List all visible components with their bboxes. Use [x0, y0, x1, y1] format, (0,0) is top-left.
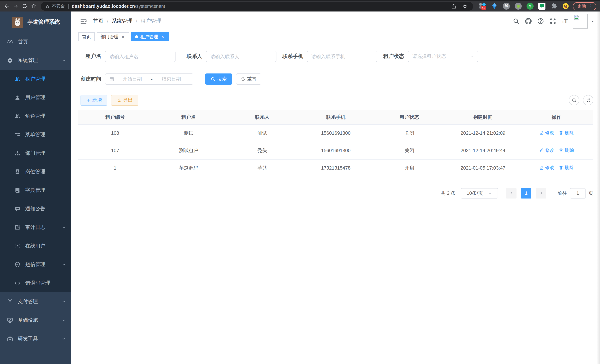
sidebar-item[interactable]: 部门管理: [0, 144, 71, 162]
cell-contact: 芋艿: [225, 159, 299, 177]
sidebar-item[interactable]: 通知公告: [0, 200, 71, 218]
current-page[interactable]: 1: [521, 188, 531, 198]
refresh-button[interactable]: [583, 95, 593, 105]
sidebar-item[interactable]: 角色管理: [0, 107, 71, 125]
cell-created: 2021-12-14 21:02:09: [446, 124, 520, 142]
extension-dot-icon[interactable]: [515, 3, 522, 10]
sidebar-item[interactable]: 系统管理: [0, 51, 71, 70]
edit-pen-icon: [539, 166, 544, 170]
fullscreen-icon[interactable]: [550, 18, 556, 25]
sidebar-item[interactable]: 研发工具: [0, 329, 71, 348]
goto-page-input[interactable]: [570, 188, 586, 198]
sidebar-item[interactable]: 基础设施: [0, 311, 71, 329]
browser-update-button[interactable]: 更新 ⋮: [573, 2, 596, 10]
browser-forward-icon[interactable]: [11, 2, 20, 10]
extension-chat-icon[interactable]: [538, 3, 545, 10]
font-size-icon[interactable]: TT: [562, 18, 568, 24]
search-icon[interactable]: [513, 18, 519, 25]
extension-grid-icon[interactable]: 10: [479, 3, 486, 10]
add-button[interactable]: 新增: [81, 95, 107, 106]
breadcrumb-current: 租户管理: [141, 18, 161, 25]
share-icon[interactable]: [450, 2, 458, 10]
browser-menu-icon[interactable]: ⋮: [589, 3, 593, 9]
github-icon[interactable]: [525, 18, 532, 25]
sidebar-item[interactable]: 用户管理: [0, 88, 71, 107]
calendar-icon: [109, 76, 114, 82]
logo[interactable]: 芋道管理系统: [0, 11, 71, 33]
edit-link[interactable]: 修改: [539, 130, 554, 136]
filter-input[interactable]: [105, 51, 176, 62]
cell-phone: 15601691300: [299, 124, 373, 142]
toolbox-icon: [7, 336, 13, 342]
breadcrumb-system[interactable]: 系统管理: [112, 18, 132, 25]
extension-y-icon[interactable]: Y: [526, 3, 534, 10]
reset-button[interactable]: 重置: [236, 74, 261, 84]
sidebar-item-label: 支付管理: [18, 298, 38, 305]
sidebar-item[interactable]: 支付管理: [0, 292, 71, 311]
sidebar-item[interactable]: 字典管理: [0, 181, 71, 200]
export-button[interactable]: 导出: [111, 95, 138, 106]
tab[interactable]: 首页: [78, 32, 95, 41]
close-icon[interactable]: ×: [160, 34, 165, 39]
sidebar-item[interactable]: 租户管理: [0, 70, 71, 88]
page-size-value: 10条/页: [467, 190, 483, 196]
sidebar-item-label: 首页: [18, 38, 28, 45]
tab[interactable]: 部门管理×: [97, 32, 129, 41]
header-actions: TT: [507, 14, 595, 28]
table-row: 107测试租户秃头15601691300关闭2021-12-14 20:49:4…: [78, 142, 593, 159]
edit-link[interactable]: 修改: [539, 165, 554, 171]
message-icon: [14, 206, 20, 212]
sidebar-item[interactable]: 审计日志: [0, 218, 71, 237]
sidebar-item[interactable]: 首页: [0, 33, 71, 51]
delete-link[interactable]: 删除: [559, 165, 574, 171]
search-button[interactable]: 搜索: [205, 74, 232, 84]
extensions-puzzle-icon[interactable]: [550, 3, 557, 10]
browser-home-icon[interactable]: [29, 2, 38, 10]
bookmark-star-icon[interactable]: [461, 2, 469, 10]
page-size-select[interactable]: 10条/页: [461, 188, 498, 198]
total-count: 共 3 条: [441, 190, 456, 196]
sidebar-item[interactable]: 错误码管理: [0, 274, 71, 292]
browser-reload-icon[interactable]: [20, 2, 29, 10]
url-text: dashboard.yudao.iocoder.cn/system/tenant: [72, 3, 165, 9]
sidebar-item-label: 部门管理: [25, 150, 45, 157]
chevron-down-icon: [62, 225, 66, 230]
table-toolbar: 新增 导出: [81, 95, 593, 106]
sidebar-item[interactable]: 在线用户: [0, 237, 71, 255]
browser-back-icon[interactable]: [2, 2, 11, 10]
omnibox-divider: [68, 3, 68, 9]
dashboard-icon: [7, 39, 13, 45]
extension-command-icon[interactable]: ⌘: [503, 3, 510, 10]
prev-page-button[interactable]: [506, 188, 516, 198]
delete-link[interactable]: 删除: [559, 130, 574, 136]
breadcrumb-home[interactable]: 首页: [93, 18, 103, 25]
date-range-picker[interactable]: 开始日期 - 结束日期: [105, 74, 193, 84]
close-icon[interactable]: ×: [121, 34, 125, 39]
help-icon[interactable]: [537, 18, 544, 25]
edit-link[interactable]: 修改: [539, 147, 554, 154]
sidebar-item-label: 研发工具: [18, 336, 38, 342]
tab[interactable]: 租户管理×: [131, 32, 169, 41]
security-label[interactable]: 不安全: [52, 3, 65, 9]
next-page-button[interactable]: [536, 188, 546, 198]
sidebar-item[interactable]: 菜单管理: [0, 125, 71, 144]
filter-row-1: 租户名联系人联系手机租户状态请选择租户状态: [81, 51, 593, 62]
gear-icon: [7, 57, 13, 64]
chevron-down-icon[interactable]: [591, 19, 595, 23]
sidebar-item[interactable]: 岗位管理: [0, 162, 71, 181]
delete-link[interactable]: 删除: [559, 147, 574, 154]
cell-created: 2021-01-05 17:03:47: [446, 159, 520, 177]
address-bar[interactable]: 不安全 dashboard.yudao.iocoder.cn/system/te…: [41, 2, 473, 10]
cell-name: 测试租户: [152, 142, 225, 159]
avatar[interactable]: [573, 14, 588, 28]
sidebar-item-label: 错误码管理: [25, 280, 50, 286]
filter-input[interactable]: [307, 51, 377, 62]
profile-emoji-icon[interactable]: [562, 3, 569, 10]
tenant-status-select[interactable]: 请选择租户状态: [408, 51, 478, 62]
show-search-toggle-button[interactable]: [569, 95, 579, 105]
tab-label: 首页: [82, 34, 91, 40]
sidebar-fold-icon[interactable]: [80, 18, 87, 25]
extension-kite-icon[interactable]: [491, 3, 498, 10]
filter-input[interactable]: [206, 51, 276, 62]
sidebar-item[interactable]: 短信管理: [0, 255, 71, 274]
